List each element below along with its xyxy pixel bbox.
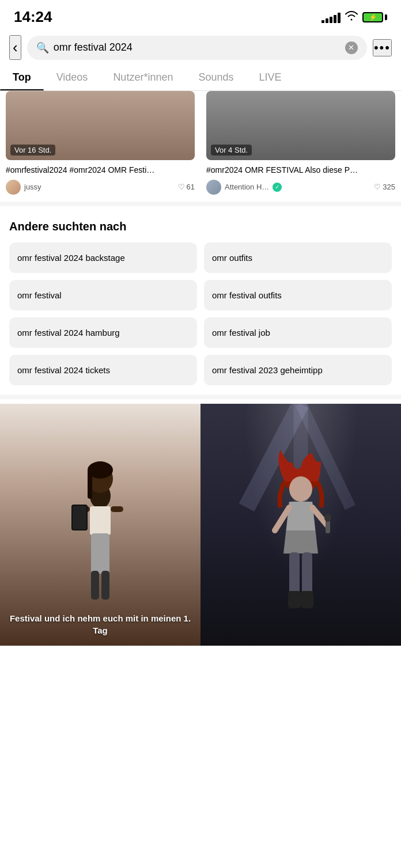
likes-1: ♡ 61 <box>178 183 195 191</box>
suggestion-8[interactable]: omr festival 2023 geheimtipp <box>204 355 392 385</box>
svg-rect-11 <box>101 571 109 600</box>
video-title-1: #omrfestival2024 #omr2024 OMR Festi… <box>6 165 195 176</box>
suggestion-3[interactable]: omr festival <box>9 280 197 310</box>
suggestion-2[interactable]: omr outfits <box>204 242 392 273</box>
suggestion-4[interactable]: omr festival outfits <box>204 280 392 310</box>
suggestion-5[interactable]: omr festival 2024 hamburg <box>9 317 197 348</box>
performer-figure <box>263 450 338 623</box>
avatar-2 <box>206 180 221 195</box>
also-searched-title: Andere suchten nach <box>9 220 392 233</box>
bottom-videos-row: Festival und ich nehm euch mit in meinen… <box>0 404 401 646</box>
tab-top[interactable]: Top <box>0 65 44 90</box>
svg-rect-9 <box>91 533 109 574</box>
search-icon: 🔍 <box>36 41 49 54</box>
video-meta-2: Attention H… ✓ ♡ 325 <box>206 180 395 195</box>
bottom-video-thumb-2 <box>200 404 401 646</box>
svg-rect-8 <box>73 506 86 529</box>
svg-point-16 <box>289 476 312 502</box>
heart-icon-2: ♡ <box>374 183 381 191</box>
tab-sounds[interactable]: Sounds <box>186 65 246 90</box>
heart-icon-1: ♡ <box>178 183 185 191</box>
svg-rect-6 <box>111 506 123 512</box>
tab-live[interactable]: LIVE <box>247 65 294 90</box>
username-1: jussy <box>24 183 41 191</box>
also-searched-section: Andere suchten nach omr festival 2024 ba… <box>0 206 401 395</box>
video-title-2: #omr2024 OMR FESTIVAL Also diese P… <box>206 165 395 176</box>
svg-rect-4 <box>90 506 111 535</box>
section-divider-1 <box>0 202 401 206</box>
suggestion-7[interactable]: omr festival 2024 tickets <box>9 355 197 385</box>
svg-point-20 <box>324 514 331 522</box>
signal-bar-5 <box>338 13 341 23</box>
bottom-video-card-1[interactable]: Festival und ich nehm euch mit in meinen… <box>0 404 200 646</box>
section-divider-2 <box>0 395 401 399</box>
signal-bar-1 <box>321 20 324 23</box>
bottom-video-thumb-1 <box>0 404 200 646</box>
search-query-text: omr festival 2024 <box>54 41 341 54</box>
tabs-row: Top Videos Nutzer*innen Sounds LIVE <box>0 65 401 91</box>
signal-bar-3 <box>330 17 332 23</box>
bottom-video-card-2[interactable] <box>200 404 401 646</box>
video-meta-1: jussy ♡ 61 <box>6 180 195 195</box>
signal-icon <box>321 12 341 23</box>
suggestions-grid: omr festival 2024 backstage omr outfits … <box>9 242 392 385</box>
search-bar: ‹ 🔍 omr festival 2024 ✕ ••• <box>0 31 401 65</box>
suggestion-6[interactable]: omr festival job <box>204 317 392 348</box>
tab-users[interactable]: Nutzer*innen <box>100 65 186 90</box>
likes-2: ♡ 325 <box>374 183 395 191</box>
clear-search-button[interactable]: ✕ <box>345 41 358 54</box>
svg-rect-24 <box>301 591 313 608</box>
video-thumb-1: Vor 16 Std. <box>6 91 195 160</box>
status-time: 14:24 <box>14 8 52 26</box>
username-2: Attention H… <box>225 183 269 191</box>
svg-rect-3 <box>88 470 92 499</box>
likes-count-2: 325 <box>383 183 395 191</box>
svg-rect-23 <box>288 591 301 608</box>
video-time-badge-1: Vor 16 Std. <box>10 145 55 156</box>
signal-bar-4 <box>334 15 336 23</box>
suggestion-1[interactable]: omr festival 2024 backstage <box>9 242 197 273</box>
person-figure-left <box>60 444 141 605</box>
wifi-icon <box>345 10 358 24</box>
tab-videos[interactable]: Videos <box>44 65 101 90</box>
search-input-wrapper[interactable]: 🔍 omr festival 2024 ✕ <box>27 36 367 60</box>
video-time-badge-2: Vor 4 Std. <box>211 145 252 156</box>
svg-rect-10 <box>91 571 99 600</box>
avatar-1 <box>6 180 21 195</box>
signal-bar-2 <box>326 18 328 23</box>
top-video-cards: Vor 16 Std. #omrfestival2024 #omr2024 OM… <box>0 91 401 202</box>
bottom-video-caption-1: Festival und ich nehm euch mit in meinen… <box>6 612 195 636</box>
verified-badge-2: ✓ <box>273 183 282 192</box>
back-button[interactable]: ‹ <box>9 35 21 60</box>
clear-icon: ✕ <box>348 43 354 52</box>
video-card-2[interactable]: Vor 4 Std. #omr2024 OMR FESTIVAL Also di… <box>200 91 401 202</box>
status-bar: 14:24 ⚡ <box>0 0 401 31</box>
video-thumb-2: Vor 4 Std. <box>206 91 395 160</box>
status-icons: ⚡ <box>321 10 387 24</box>
video-card-1[interactable]: Vor 16 Std. #omrfestival2024 #omr2024 OM… <box>0 91 200 202</box>
likes-count-1: 61 <box>187 183 195 191</box>
battery-icon: ⚡ <box>362 12 387 22</box>
more-options-button[interactable]: ••• <box>373 39 392 56</box>
